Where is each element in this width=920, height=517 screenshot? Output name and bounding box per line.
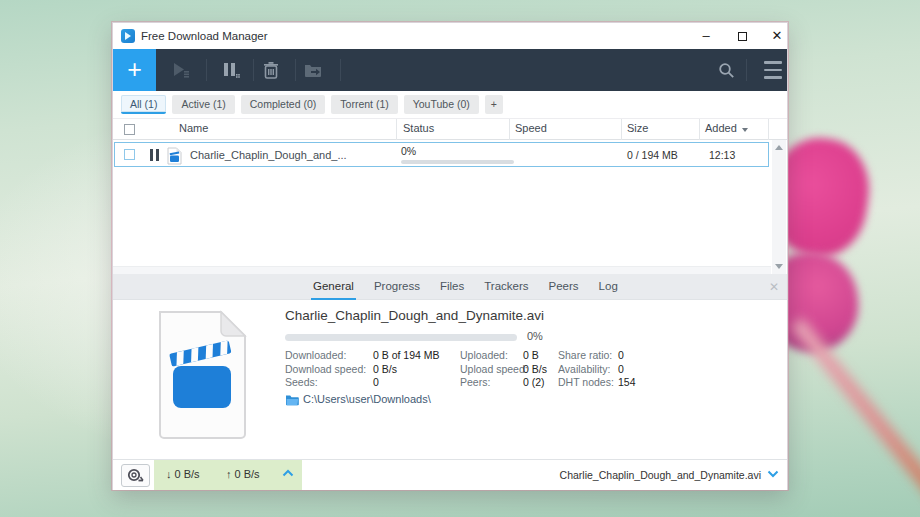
maximize-button[interactable]: [726, 23, 758, 49]
stat-labels: Downloaded:Download speed:Seeds:: [285, 349, 366, 390]
column-header-size[interactable]: Size: [627, 122, 648, 134]
chevron-up-icon[interactable]: [282, 469, 294, 477]
column-header-name[interactable]: Name: [179, 122, 208, 134]
flower-stem: [791, 318, 920, 514]
download-row[interactable]: Charlie_Chaplin_Dough_and_... 0% 0 / 194…: [114, 142, 769, 167]
speed-panel[interactable]: ↓ 0 B/s ↑ 0 B/s: [154, 460, 302, 490]
search-icon: [718, 62, 735, 79]
play-icon: [172, 62, 190, 78]
desktop-background: Free Download Manager – ✕ +: [0, 0, 920, 517]
tab-peers[interactable]: Peers: [547, 274, 581, 300]
add-filter-tab-button[interactable]: +: [485, 95, 503, 114]
menu-icon: [764, 76, 782, 79]
video-file-large-icon: [153, 310, 251, 440]
titlebar[interactable]: Free Download Manager – ✕: [113, 23, 787, 49]
tab-general[interactable]: General: [311, 274, 356, 300]
scroll-up-icon[interactable]: [775, 145, 783, 150]
row-checkbox[interactable]: [124, 149, 135, 160]
vertical-scrollbar[interactable]: [772, 140, 786, 274]
filter-tab-youtube[interactable]: YouTube (0): [404, 95, 479, 114]
statusbar: ↓ 0 B/s ↑ 0 B/s Charlie_Chaplin_Dough_an…: [113, 459, 787, 490]
detail-progress-bar: [285, 334, 517, 341]
menu-icon: [764, 61, 782, 64]
table-header: Name Status Speed Size Added: [113, 118, 787, 140]
tab-files[interactable]: Files: [438, 274, 466, 300]
snail-icon: [127, 468, 144, 483]
menu-icon: [764, 69, 782, 72]
delete-icon: [263, 62, 279, 79]
minimize-button[interactable]: –: [690, 23, 722, 49]
chevron-down-icon[interactable]: [767, 470, 779, 478]
tab-trackers[interactable]: Trackers: [482, 274, 530, 300]
menu-button[interactable]: [756, 49, 790, 91]
upload-speed: ↑ 0 B/s: [226, 468, 260, 480]
column-divider[interactable]: [699, 119, 700, 140]
detail-close-button[interactable]: ✕: [769, 274, 779, 300]
detail-panel: Charlie_Chaplin_Dough_and_Dynamite.avi 0…: [113, 300, 787, 459]
stat-values: 00154: [618, 349, 636, 390]
tab-log[interactable]: Log: [597, 274, 620, 300]
column-divider[interactable]: [509, 119, 510, 140]
window-title: Free Download Manager: [141, 23, 268, 49]
column-header-added[interactable]: Added: [705, 122, 737, 134]
row-size: 0 / 194 MB: [627, 149, 678, 161]
fdm-window: Free Download Manager – ✕ +: [112, 22, 788, 490]
download-speed: ↓ 0 B/s: [166, 468, 200, 480]
toolbar-separator: [206, 59, 207, 81]
column-header-status[interactable]: Status: [403, 122, 434, 134]
column-header-speed[interactable]: Speed: [515, 122, 547, 134]
filter-tab-completed[interactable]: Completed (0): [241, 95, 326, 114]
toolbar-separator: [253, 59, 254, 81]
column-divider[interactable]: [621, 119, 622, 140]
column-divider[interactable]: [768, 119, 769, 140]
filter-tab-active[interactable]: Active (1): [172, 95, 234, 114]
search-button[interactable]: [711, 49, 741, 91]
filter-tab-all[interactable]: All (1): [121, 95, 166, 114]
row-progress-bar: [401, 160, 514, 164]
scroll-down-icon[interactable]: [775, 264, 783, 269]
speed-limit-button[interactable]: [121, 464, 150, 487]
pause-icon: [222, 62, 240, 79]
stat-labels: Uploaded:Upload speed:Peers:: [460, 349, 528, 390]
filter-tab-torrent[interactable]: Torrent (1): [331, 95, 397, 114]
video-file-icon: [167, 147, 182, 165]
open-folder-button[interactable]: [298, 49, 328, 91]
stat-labels: Share ratio:Availability:DHT nodes:: [558, 349, 614, 390]
stat-values: 0 B of 194 MB0 B/s0: [373, 349, 440, 390]
statusbar-current-file[interactable]: Charlie_Chaplin_Dough_and_Dynamite.avi: [560, 469, 761, 481]
row-name: Charlie_Chaplin_Dough_and_...: [190, 149, 347, 161]
close-icon: ✕: [772, 28, 783, 43]
detail-percent: 0%: [527, 330, 543, 342]
row-status-percent: 0%: [401, 145, 416, 157]
sort-desc-icon: [742, 128, 748, 132]
maximize-icon: [738, 32, 747, 41]
folder-icon: [285, 394, 299, 406]
minimize-icon: –: [702, 28, 709, 43]
detail-filename: Charlie_Chaplin_Dough_and_Dynamite.avi: [285, 308, 544, 323]
detail-tabbar: General Progress Files Trackers Peers Lo…: [113, 274, 787, 300]
download-list: Charlie_Chaplin_Dough_and_... 0% 0 / 194…: [113, 140, 787, 275]
stat-values: 0 B0 B/s0 (2): [523, 349, 547, 390]
toolbar-separator: [340, 59, 341, 81]
delete-button[interactable]: [256, 49, 286, 91]
open-folder-icon: [304, 63, 322, 77]
start-button[interactable]: [166, 49, 196, 91]
pause-button[interactable]: [216, 49, 246, 91]
add-download-button[interactable]: +: [113, 49, 156, 91]
fdm-logo-icon: [121, 29, 135, 43]
filter-bar: All (1) Active (1) Completed (0) Torrent…: [113, 91, 787, 118]
row-added-time: 12:13: [709, 149, 735, 161]
close-button[interactable]: ✕: [761, 23, 793, 49]
select-all-checkbox[interactable]: [124, 124, 135, 135]
toolbar-separator: [295, 59, 296, 81]
toolbar-separator: [746, 59, 747, 81]
tab-progress[interactable]: Progress: [372, 274, 422, 300]
toolbar: +: [113, 49, 787, 91]
download-path-text: C:\Users\user\Downloads\: [303, 393, 431, 405]
column-divider[interactable]: [396, 119, 397, 140]
